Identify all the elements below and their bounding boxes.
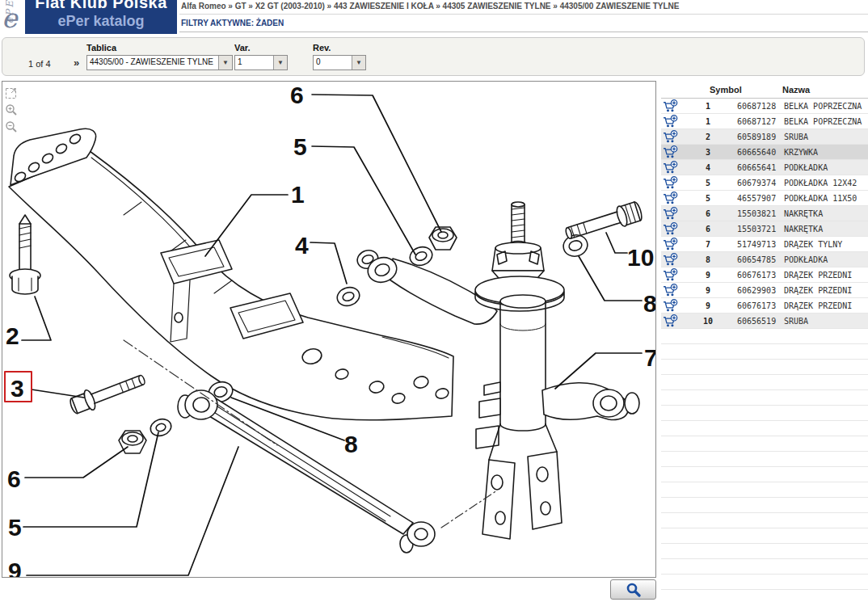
row-symbol: 5 xyxy=(682,179,734,187)
page-indicator: 1 of 4 xyxy=(28,59,51,69)
add-to-cart-icon[interactable] xyxy=(661,207,682,220)
callout-6-top[interactable]: 6 xyxy=(290,82,304,108)
table-row[interactable]: 360665640KRZYWKA xyxy=(661,145,868,160)
rev-select[interactable]: 0 ▼ xyxy=(313,55,366,70)
row-symbol: 3 xyxy=(682,148,734,157)
row-part-number: 60676173 xyxy=(737,271,784,280)
active-filters-label: FILTRY AKTYWNE: ŻADEN xyxy=(179,15,868,32)
add-to-cart-icon[interactable] xyxy=(661,192,682,204)
add-to-cart-icon[interactable] xyxy=(661,99,682,112)
add-to-cart-icon[interactable] xyxy=(661,222,682,235)
parts-table-header: Symbol Nazwa xyxy=(661,81,868,99)
bolt-part-10 xyxy=(563,200,643,244)
zoom-out-icon[interactable] xyxy=(5,120,18,133)
add-to-cart-icon[interactable] xyxy=(661,145,682,158)
table-row[interactable]: 260589189ŚRUBA xyxy=(661,129,868,145)
chevron-down-icon[interactable]: ▼ xyxy=(352,56,365,69)
callout-6-bottom[interactable]: 6 xyxy=(7,465,21,492)
table-row-empty xyxy=(661,575,868,590)
callout-10[interactable]: 10 xyxy=(627,244,654,271)
table-row[interactable]: 615503821NAKRĘTKA xyxy=(661,206,868,221)
row-part-name: PODKŁADKA xyxy=(784,163,868,172)
row-symbol: 10 xyxy=(682,317,734,326)
table-row-empty xyxy=(661,406,868,421)
add-to-cart-icon[interactable] xyxy=(661,284,682,297)
table-row-empty xyxy=(661,329,868,344)
row-symbol: 1 xyxy=(682,102,734,111)
row-symbol: 5 xyxy=(682,194,734,203)
var-label: Var. xyxy=(234,43,251,53)
callout-1[interactable]: 1 xyxy=(291,181,305,208)
row-part-number: 60654785 xyxy=(737,255,784,264)
zoom-in-icon[interactable] xyxy=(5,103,18,116)
row-symbol: 2 xyxy=(682,133,734,141)
tablica-select[interactable]: 44305/00 - ZAWIESZENIE TYLNE ▼ xyxy=(86,55,233,70)
add-to-cart-icon[interactable] xyxy=(661,314,682,327)
callout-4[interactable]: 4 xyxy=(295,232,309,259)
callout-5-bottom[interactable]: 5 xyxy=(8,514,22,541)
table-row-empty xyxy=(661,498,868,513)
row-symbol: 6 xyxy=(682,225,734,234)
select-region-icon[interactable] xyxy=(5,86,18,99)
washer-part-5-bottom xyxy=(149,416,174,438)
add-to-cart-icon[interactable] xyxy=(661,130,682,143)
table-row[interactable]: 546557907PODKŁADKA 11X50 xyxy=(661,191,868,206)
table-row-empty xyxy=(661,360,868,375)
goto-chevrons[interactable]: » xyxy=(74,57,79,69)
chevron-down-icon[interactable]: ▼ xyxy=(273,56,287,69)
table-row[interactable]: 615503721NAKRĘTKA xyxy=(661,221,868,237)
row-part-name: BELKA POPRZECZNA xyxy=(784,117,868,126)
callout-9[interactable]: 9 xyxy=(8,558,22,577)
row-symbol: 9 xyxy=(682,271,734,280)
table-row[interactable]: 460665641PODKŁADKA xyxy=(661,160,868,175)
callout-7[interactable]: 7 xyxy=(644,344,655,371)
table-row[interactable]: 160687128BELKA POPRZECZNA xyxy=(661,99,868,114)
parts-diagram-panel: 6 5 1 4 2 3 6 5 9 8 10 8 7 xyxy=(2,81,656,578)
row-symbol: 1 xyxy=(682,117,734,126)
add-to-cart-icon[interactable] xyxy=(661,268,682,281)
table-row-empty xyxy=(661,421,868,436)
breadcrumb[interactable]: Alfa Romeo » GT » X2 GT (2003-2010) » 44… xyxy=(179,0,868,15)
row-part-number: 15503721 xyxy=(737,225,784,234)
add-to-cart-icon[interactable] xyxy=(661,299,682,312)
add-to-cart-icon[interactable] xyxy=(661,161,682,174)
table-row[interactable]: 751749713DRĄŻEK TYLNY xyxy=(661,237,868,252)
table-row[interactable]: 160687127BELKA POPRZECZNA xyxy=(661,114,868,129)
table-selector-toolbar: 1 of 4 » Tablica Var. Rev. 44305/00 - ZA… xyxy=(2,37,865,76)
table-row[interactable]: 960676173DRĄŻEK PRZEDNI xyxy=(661,298,868,314)
site-title: Fiat Klub Polska xyxy=(25,0,177,12)
column-header-symbol: Symbol xyxy=(710,85,742,95)
row-part-number: 60687128 xyxy=(737,102,784,111)
row-part-number: 46557907 xyxy=(737,194,784,203)
var-select[interactable]: 1 ▼ xyxy=(234,55,288,70)
row-part-name: DRĄŻEK PRZEDNI xyxy=(784,286,868,295)
row-part-name: ŚRUBA xyxy=(784,133,868,141)
row-part-number: 60656519 xyxy=(737,317,784,326)
add-to-cart-icon[interactable] xyxy=(661,115,682,128)
table-row[interactable]: 560679374PODKŁADKA 12X42 xyxy=(661,175,868,191)
table-row[interactable]: 1060656519ŚRUBA xyxy=(661,314,868,329)
callout-8-mid[interactable]: 8 xyxy=(344,431,358,457)
add-to-cart-icon[interactable] xyxy=(661,253,682,266)
row-part-number: 60589189 xyxy=(737,133,784,141)
callout-5-top[interactable]: 5 xyxy=(293,133,307,160)
search-icon xyxy=(626,582,641,597)
exploded-view-drawing: 6 5 1 4 2 3 6 5 9 8 10 8 7 xyxy=(2,82,655,577)
table-row-empty xyxy=(661,436,868,452)
chevron-down-icon[interactable]: ▼ xyxy=(218,56,232,69)
callout-3-selected[interactable]: 3 xyxy=(11,375,24,402)
table-row[interactable]: 960629903DRĄŻEK PRZEDNI xyxy=(661,283,868,298)
search-button[interactable] xyxy=(610,579,656,600)
add-to-cart-icon[interactable] xyxy=(661,238,682,250)
row-part-number: 60687127 xyxy=(737,117,784,126)
table-row[interactable]: 860654785PODKŁADKA xyxy=(661,252,868,267)
row-part-number: 51749713 xyxy=(737,240,784,249)
row-part-name: NAKRĘTKA xyxy=(784,209,868,218)
row-part-number: 60665641 xyxy=(737,163,784,172)
rear-arm-part-7 xyxy=(542,383,639,420)
callout-2[interactable]: 2 xyxy=(6,322,19,349)
row-part-number: 60676173 xyxy=(737,301,784,310)
callout-8-right[interactable]: 8 xyxy=(643,290,655,317)
add-to-cart-icon[interactable] xyxy=(661,176,682,189)
table-row[interactable]: 960676173DRĄŻEK PRZEDNI xyxy=(661,267,868,283)
